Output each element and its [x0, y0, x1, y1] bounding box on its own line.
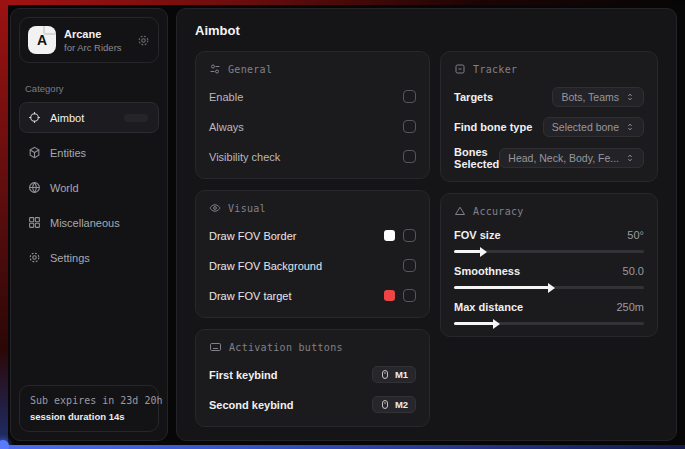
tracker-card-header: Tracker: [454, 63, 644, 75]
setting-label: Second keybind: [209, 399, 293, 411]
main-panel: Aimbot General Enable: [176, 8, 677, 441]
slider-row-header: Max distance 250m: [454, 301, 644, 313]
card-title: General: [228, 64, 272, 75]
brand-name: Arcane: [64, 28, 129, 40]
brand-logo: A: [28, 26, 56, 54]
eye-icon: [209, 202, 221, 214]
setting-label: Targets: [454, 91, 493, 103]
slider-thumb[interactable]: [548, 283, 555, 293]
max-distance-slider[interactable]: [454, 322, 644, 325]
left-column: General Enable Always Visibility check: [195, 51, 430, 427]
visibility-check-checkbox[interactable]: [403, 150, 416, 163]
visual-card-header: Visual: [209, 202, 416, 214]
setting-row: First keybind M1: [209, 364, 416, 385]
setting-row: Always: [209, 116, 416, 137]
chevrons-up-down-icon: [625, 153, 635, 163]
fov-target-color-swatch[interactable]: [384, 290, 395, 301]
activation-card: Activation buttons First keybind M1: [195, 329, 430, 427]
slider-thumb[interactable]: [480, 247, 487, 257]
slider-thumb[interactable]: [493, 319, 500, 329]
mouse-icon: [380, 369, 390, 380]
visual-card: Visual Draw FOV Border Draw FOV Backgrou…: [195, 190, 430, 318]
setting-label: Smoothness: [454, 265, 520, 277]
row-controls: [384, 289, 416, 302]
category-label: Category: [25, 83, 153, 94]
fov-background-checkbox[interactable]: [403, 259, 416, 272]
fov-border-color-swatch[interactable]: [384, 230, 395, 241]
sub-expiry-text: Sub expires in 23d 20h: [30, 395, 148, 406]
always-checkbox[interactable]: [403, 120, 416, 133]
slider-value: 50.0: [623, 265, 644, 277]
app-window: A Arcane for Arc Riders Category Aimbot: [0, 0, 685, 449]
active-item-indicator: [124, 114, 148, 122]
bone-type-dropdown[interactable]: Selected bone: [543, 117, 644, 137]
accuracy-card: Accuracy FOV size 50°: [440, 193, 658, 337]
subscription-info-card: Sub expires in 23d 20h session duration …: [19, 385, 159, 432]
card-title: Visual: [228, 203, 266, 214]
right-column: Tracker Targets Bots, Teams Find bone ty…: [440, 51, 658, 337]
slider-value: 50°: [627, 229, 644, 241]
bones-selected-dropdown[interactable]: Head, Neck, Body, Fe...: [499, 148, 644, 168]
grid-icon: [28, 216, 41, 229]
backdrop-blue-dot: [0, 440, 9, 449]
setting-label: Enable: [209, 91, 243, 103]
setting-row: Bones Selected Head, Neck, Body, Fe...: [454, 146, 644, 170]
sidebar-item-label: Entities: [50, 147, 86, 159]
sidebar-item-settings[interactable]: Settings: [19, 242, 159, 273]
sliders-icon: [209, 63, 221, 75]
slider-fill: [454, 250, 481, 253]
activation-card-header: Activation buttons: [209, 341, 416, 353]
setting-label: FOV size: [454, 229, 500, 241]
slider-row: FOV size 50°: [454, 229, 644, 253]
sidebar-item-label: Aimbot: [50, 112, 84, 124]
brand-text: Arcane for Arc Riders: [64, 28, 129, 53]
dropdown-value: Bots, Teams: [561, 91, 619, 103]
smoothness-slider[interactable]: [454, 286, 644, 289]
fov-border-checkbox[interactable]: [403, 229, 416, 242]
slider-row: Max distance 250m: [454, 301, 644, 325]
card-title: Accuracy: [473, 206, 524, 217]
cube-icon: [28, 146, 41, 159]
tracker-card: Tracker Targets Bots, Teams Find bone ty…: [440, 51, 658, 182]
sidebar-item-miscellaneous[interactable]: Miscellaneous: [19, 207, 159, 238]
setting-label: First keybind: [209, 369, 277, 381]
setting-row: Draw FOV target: [209, 285, 416, 306]
setting-row: Visibility check: [209, 146, 416, 167]
first-keybind-button[interactable]: M1: [372, 366, 416, 383]
scan-icon: [454, 63, 466, 75]
sidebar-item-world[interactable]: World: [19, 172, 159, 203]
sidebar-item-entities[interactable]: Entities: [19, 137, 159, 168]
slider-row: Smoothness 50.0: [454, 265, 644, 289]
setting-row: Enable: [209, 86, 416, 107]
general-card: General Enable Always Visibility check: [195, 51, 430, 179]
setting-label: Always: [209, 121, 244, 133]
chevrons-up-down-icon: [625, 122, 635, 132]
mouse-icon: [380, 399, 390, 410]
second-keybind-button[interactable]: M2: [372, 396, 416, 413]
sidebar-item-label: Miscellaneous: [50, 217, 120, 229]
backdrop-bottom-strip: [0, 445, 685, 449]
setting-label: Draw FOV Border: [209, 230, 296, 242]
row-controls: [384, 229, 416, 242]
slider-fill: [454, 286, 549, 289]
targets-dropdown[interactable]: Bots, Teams: [552, 87, 644, 107]
backdrop-left-strip: [0, 0, 8, 449]
chevrons-up-down-icon: [625, 92, 635, 102]
slider-row-header: FOV size 50°: [454, 229, 644, 241]
sidebar-nav: Aimbot Entities World: [11, 102, 167, 273]
backdrop-top-strip: [0, 0, 685, 5]
keyboard-icon: [209, 341, 222, 353]
brand-settings-icon[interactable]: [137, 34, 150, 47]
sidebar-item-aimbot[interactable]: Aimbot: [19, 102, 159, 133]
card-title: Activation buttons: [229, 342, 343, 353]
setting-row: Targets Bots, Teams: [454, 86, 644, 107]
content-columns: General Enable Always Visibility check: [195, 51, 658, 427]
setting-label: Draw FOV Background: [209, 260, 322, 272]
keybind-value: M2: [395, 399, 408, 410]
fov-target-checkbox[interactable]: [403, 289, 416, 302]
setting-row: Second keybind M2: [209, 394, 416, 415]
page-title: Aimbot: [195, 23, 658, 38]
enable-checkbox[interactable]: [403, 90, 416, 103]
setting-label: Visibility check: [209, 151, 280, 163]
fov-size-slider[interactable]: [454, 250, 644, 253]
